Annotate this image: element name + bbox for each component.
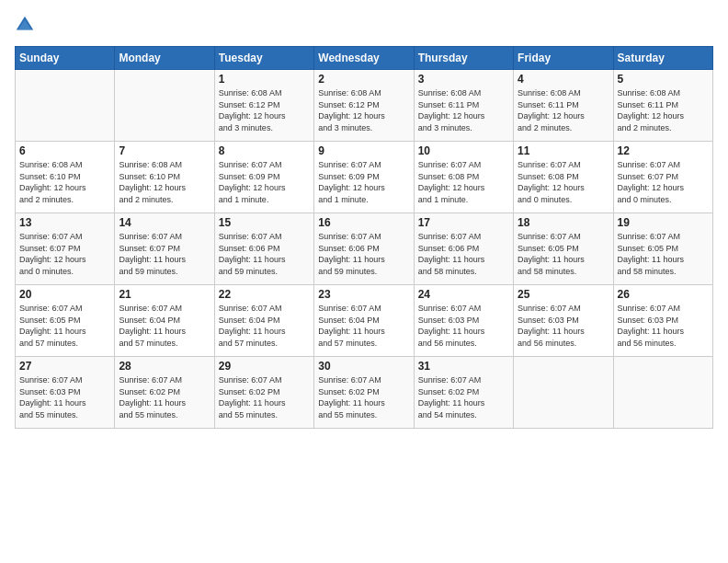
week-row-2: 6Sunrise: 6:08 AM Sunset: 6:10 PM Daylig… — [16, 142, 713, 213]
cell-info: Sunrise: 6:07 AM Sunset: 6:04 PM Dayligh… — [318, 303, 409, 349]
day-number: 26 — [618, 288, 709, 301]
cell-info: Sunrise: 6:07 AM Sunset: 6:02 PM Dayligh… — [418, 374, 509, 420]
day-number: 14 — [119, 216, 210, 229]
cell-info: Sunrise: 6:08 AM Sunset: 6:11 PM Dayligh… — [618, 87, 709, 133]
cell-info: Sunrise: 6:07 AM Sunset: 6:09 PM Dayligh… — [318, 159, 409, 205]
cell-info: Sunrise: 6:07 AM Sunset: 6:06 PM Dayligh… — [318, 231, 409, 277]
calendar-cell: 14Sunrise: 6:07 AM Sunset: 6:07 PM Dayli… — [115, 213, 214, 285]
header-day-sunday: Sunday — [16, 47, 115, 70]
calendar-cell: 29Sunrise: 6:07 AM Sunset: 6:02 PM Dayli… — [214, 357, 313, 429]
header-row: SundayMondayTuesdayWednesdayThursdayFrid… — [16, 47, 713, 70]
calendar-cell: 3Sunrise: 6:08 AM Sunset: 6:11 PM Daylig… — [414, 70, 513, 142]
calendar-cell: 5Sunrise: 6:08 AM Sunset: 6:11 PM Daylig… — [613, 70, 712, 142]
header-day-wednesday: Wednesday — [314, 47, 414, 70]
calendar-cell: 24Sunrise: 6:07 AM Sunset: 6:03 PM Dayli… — [414, 285, 513, 357]
cell-info: Sunrise: 6:07 AM Sunset: 6:05 PM Dayligh… — [19, 303, 110, 349]
cell-info: Sunrise: 6:07 AM Sunset: 6:08 PM Dayligh… — [518, 159, 609, 205]
cell-info: Sunrise: 6:07 AM Sunset: 6:02 PM Dayligh… — [119, 374, 210, 420]
calendar-cell: 7Sunrise: 6:08 AM Sunset: 6:10 PM Daylig… — [115, 142, 214, 213]
calendar-cell: 19Sunrise: 6:07 AM Sunset: 6:05 PM Dayli… — [613, 213, 712, 285]
cell-info: Sunrise: 6:07 AM Sunset: 6:08 PM Dayligh… — [418, 159, 509, 205]
calendar-cell: 23Sunrise: 6:07 AM Sunset: 6:04 PM Dayli… — [314, 285, 414, 357]
logo — [15, 15, 39, 35]
day-number: 20 — [19, 288, 110, 301]
calendar-cell: 12Sunrise: 6:07 AM Sunset: 6:07 PM Dayli… — [613, 142, 712, 213]
day-number: 12 — [618, 144, 709, 157]
cell-info: Sunrise: 6:07 AM Sunset: 6:05 PM Dayligh… — [518, 231, 609, 277]
calendar-cell: 2Sunrise: 6:08 AM Sunset: 6:12 PM Daylig… — [314, 70, 414, 142]
day-number: 10 — [418, 144, 509, 157]
day-number: 22 — [219, 288, 310, 301]
day-number: 11 — [518, 144, 609, 157]
calendar-cell — [514, 357, 613, 429]
day-number: 29 — [219, 360, 310, 373]
calendar-table: SundayMondayTuesdayWednesdayThursdayFrid… — [15, 46, 713, 429]
day-number: 4 — [518, 73, 609, 86]
cell-info: Sunrise: 6:07 AM Sunset: 6:07 PM Dayligh… — [119, 231, 210, 277]
day-number: 15 — [219, 216, 310, 229]
day-number: 5 — [618, 73, 709, 86]
day-number: 21 — [119, 288, 210, 301]
day-number: 24 — [418, 288, 509, 301]
calendar-cell: 18Sunrise: 6:07 AM Sunset: 6:05 PM Dayli… — [514, 213, 613, 285]
day-number: 9 — [318, 144, 409, 157]
header-day-saturday: Saturday — [613, 47, 712, 70]
calendar-cell: 20Sunrise: 6:07 AM Sunset: 6:05 PM Dayli… — [16, 285, 115, 357]
cell-info: Sunrise: 6:08 AM Sunset: 6:11 PM Dayligh… — [418, 87, 509, 133]
day-number: 16 — [318, 216, 409, 229]
calendar-cell: 13Sunrise: 6:07 AM Sunset: 6:07 PM Dayli… — [16, 213, 115, 285]
calendar-cell: 26Sunrise: 6:07 AM Sunset: 6:03 PM Dayli… — [613, 285, 712, 357]
day-number: 8 — [219, 144, 310, 157]
day-number: 30 — [318, 360, 409, 373]
logo-icon — [15, 15, 35, 35]
cell-info: Sunrise: 6:07 AM Sunset: 6:09 PM Dayligh… — [219, 159, 310, 205]
week-row-1: 1Sunrise: 6:08 AM Sunset: 6:12 PM Daylig… — [16, 70, 713, 142]
calendar-cell: 21Sunrise: 6:07 AM Sunset: 6:04 PM Dayli… — [115, 285, 214, 357]
cell-info: Sunrise: 6:08 AM Sunset: 6:11 PM Dayligh… — [518, 87, 609, 133]
day-number: 28 — [119, 360, 210, 373]
cell-info: Sunrise: 6:08 AM Sunset: 6:12 PM Dayligh… — [219, 87, 310, 133]
header-day-friday: Friday — [514, 47, 613, 70]
week-row-3: 13Sunrise: 6:07 AM Sunset: 6:07 PM Dayli… — [16, 213, 713, 285]
cell-info: Sunrise: 6:07 AM Sunset: 6:05 PM Dayligh… — [618, 231, 709, 277]
calendar-cell: 8Sunrise: 6:07 AM Sunset: 6:09 PM Daylig… — [214, 142, 313, 213]
cell-info: Sunrise: 6:08 AM Sunset: 6:10 PM Dayligh… — [119, 159, 210, 205]
calendar-cell: 10Sunrise: 6:07 AM Sunset: 6:08 PM Dayli… — [414, 142, 513, 213]
cell-info: Sunrise: 6:07 AM Sunset: 6:02 PM Dayligh… — [318, 374, 409, 420]
header-day-tuesday: Tuesday — [214, 47, 313, 70]
cell-info: Sunrise: 6:07 AM Sunset: 6:07 PM Dayligh… — [618, 159, 709, 205]
cell-info: Sunrise: 6:07 AM Sunset: 6:03 PM Dayligh… — [418, 303, 509, 349]
cell-info: Sunrise: 6:08 AM Sunset: 6:12 PM Dayligh… — [318, 87, 409, 133]
header-day-thursday: Thursday — [414, 47, 513, 70]
cell-info: Sunrise: 6:07 AM Sunset: 6:04 PM Dayligh… — [119, 303, 210, 349]
cell-info: Sunrise: 6:07 AM Sunset: 6:03 PM Dayligh… — [618, 303, 709, 349]
day-number: 2 — [318, 73, 409, 86]
calendar-cell: 25Sunrise: 6:07 AM Sunset: 6:03 PM Dayli… — [514, 285, 613, 357]
day-number: 31 — [418, 360, 509, 373]
day-number: 18 — [518, 216, 609, 229]
week-row-4: 20Sunrise: 6:07 AM Sunset: 6:05 PM Dayli… — [16, 285, 713, 357]
page-header — [15, 15, 713, 35]
calendar-cell: 15Sunrise: 6:07 AM Sunset: 6:06 PM Dayli… — [214, 213, 313, 285]
day-number: 17 — [418, 216, 509, 229]
calendar-cell: 4Sunrise: 6:08 AM Sunset: 6:11 PM Daylig… — [514, 70, 613, 142]
calendar-cell: 6Sunrise: 6:08 AM Sunset: 6:10 PM Daylig… — [16, 142, 115, 213]
cell-info: Sunrise: 6:07 AM Sunset: 6:03 PM Dayligh… — [19, 374, 110, 420]
cell-info: Sunrise: 6:07 AM Sunset: 6:02 PM Dayligh… — [219, 374, 310, 420]
calendar-cell: 31Sunrise: 6:07 AM Sunset: 6:02 PM Dayli… — [414, 357, 513, 429]
week-row-5: 27Sunrise: 6:07 AM Sunset: 6:03 PM Dayli… — [16, 357, 713, 429]
header-day-monday: Monday — [115, 47, 214, 70]
day-number: 25 — [518, 288, 609, 301]
cell-info: Sunrise: 6:07 AM Sunset: 6:03 PM Dayligh… — [518, 303, 609, 349]
cell-info: Sunrise: 6:07 AM Sunset: 6:07 PM Dayligh… — [19, 231, 110, 277]
calendar-cell: 30Sunrise: 6:07 AM Sunset: 6:02 PM Dayli… — [314, 357, 414, 429]
day-number: 1 — [219, 73, 310, 86]
day-number: 13 — [19, 216, 110, 229]
calendar-cell: 9Sunrise: 6:07 AM Sunset: 6:09 PM Daylig… — [314, 142, 414, 213]
day-number: 19 — [618, 216, 709, 229]
cell-info: Sunrise: 6:07 AM Sunset: 6:04 PM Dayligh… — [219, 303, 310, 349]
day-number: 7 — [119, 144, 210, 157]
cell-info: Sunrise: 6:07 AM Sunset: 6:06 PM Dayligh… — [219, 231, 310, 277]
calendar-cell: 11Sunrise: 6:07 AM Sunset: 6:08 PM Dayli… — [514, 142, 613, 213]
calendar-cell: 27Sunrise: 6:07 AM Sunset: 6:03 PM Dayli… — [16, 357, 115, 429]
